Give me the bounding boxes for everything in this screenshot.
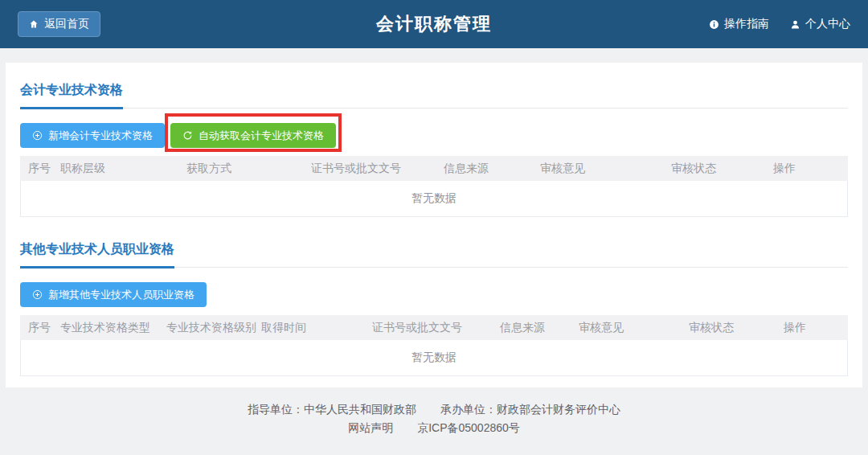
home-icon — [29, 19, 39, 29]
page-footer: 指导单位：中华人民共和国财政部承办单位：财政部会计财务评价中心 网站声明京ICP… — [0, 400, 868, 437]
section1-header: 会计专业技术资格 — [20, 82, 848, 109]
add-accounting-qualification-button[interactable]: 新增会计专业技术资格 — [20, 123, 165, 148]
accounting-qualification-table-header: 序号 职称层级 获取方式 证书号或批文文号 信息来源 审核意见 审核状态 操作 — [20, 156, 848, 181]
operation-guide-label: 操作指南 — [724, 17, 769, 31]
section2: 其他专业技术人员职业资格 新增其他专业技术人员职业资格 序号 专业技术资格类型 … — [20, 241, 848, 376]
auto-fetch-wrapper: 自动获取会计专业技术资格 — [170, 123, 336, 148]
column-header: 职称层级 — [60, 162, 186, 176]
other-qualification-table: 序号 专业技术资格类型 专业技术资格级别 取得时间 证书号或批文文号 信息来源 … — [20, 315, 848, 376]
other-qualification-empty-state: 暂无数据 — [20, 340, 848, 376]
accounting-qualification-table: 序号 职称层级 获取方式 证书号或批文文号 信息来源 审核意见 审核状态 操作 … — [20, 156, 848, 217]
add-other-qualification-button[interactable]: 新增其他专业技术人员职业资格 — [20, 282, 207, 307]
section2-header: 其他专业技术人员职业资格 — [20, 241, 848, 268]
footer-links-line: 网站声明京ICP备05002860号 — [0, 419, 868, 437]
footer-units-line: 指导单位：中华人民共和国财政部承办单位：财政部会计财务评价中心 — [0, 400, 868, 419]
add-other-qualification-label: 新增其他专业技术人员职业资格 — [48, 288, 194, 302]
header-links: 操作指南 个人中心 — [709, 17, 850, 31]
column-header: 操作 — [784, 321, 848, 335]
section1-title: 会计专业技术资格 — [20, 82, 123, 109]
plus-circle-icon — [32, 130, 43, 141]
footer-guide-unit: 指导单位：中华人民共和国财政部 — [248, 403, 416, 416]
column-header: 审核状态 — [671, 162, 773, 176]
operation-guide-link[interactable]: 操作指南 — [709, 17, 769, 31]
back-home-label: 返回首页 — [44, 17, 89, 31]
footer-host-unit: 承办单位：财政部会计财务评价中心 — [440, 403, 620, 416]
icp-record-link[interactable]: 京ICP备05002860号 — [417, 421, 520, 434]
back-home-button[interactable]: 返回首页 — [18, 11, 100, 37]
column-header: 专业技术资格类型 — [60, 321, 166, 335]
column-header: 操作 — [773, 162, 848, 176]
column-header: 审核状态 — [689, 321, 784, 335]
other-qualification-table-header: 序号 专业技术资格类型 专业技术资格级别 取得时间 证书号或批文文号 信息来源 … — [20, 315, 848, 340]
column-header: 证书号或批文文号 — [372, 321, 500, 335]
personal-center-link[interactable]: 个人中心 — [790, 17, 850, 31]
plus-circle-icon — [32, 289, 43, 300]
accounting-qualification-empty-state: 暂无数据 — [20, 181, 848, 217]
column-header: 审核意见 — [579, 321, 689, 335]
section1-button-row: 新增会计专业技术资格 自动获取会计专业技术资格 — [20, 123, 848, 148]
top-header-bar: 返回首页 会计职称管理 操作指南 个人中心 — [0, 0, 868, 48]
column-header: 获取方式 — [186, 162, 311, 176]
column-header: 专业技术资格级别 — [166, 321, 261, 335]
column-header: 证书号或批文文号 — [311, 162, 444, 176]
column-header: 序号 — [28, 162, 60, 176]
column-header: 信息来源 — [444, 162, 540, 176]
column-header: 序号 — [28, 321, 60, 335]
info-circle-icon — [709, 19, 719, 30]
auto-fetch-accounting-qualification-button[interactable]: 自动获取会计专业技术资格 — [170, 123, 336, 148]
column-header: 取得时间 — [261, 321, 372, 335]
column-header: 审核意见 — [540, 162, 671, 176]
personal-center-label: 个人中心 — [805, 17, 850, 31]
section2-title: 其他专业技术人员职业资格 — [20, 241, 174, 268]
section2-button-row: 新增其他专业技术人员职业资格 — [20, 282, 848, 307]
add-accounting-qualification-label: 新增会计专业技术资格 — [48, 129, 153, 143]
refresh-icon — [182, 130, 193, 141]
column-header: 信息来源 — [500, 321, 579, 335]
auto-fetch-accounting-qualification-label: 自动获取会计专业技术资格 — [199, 129, 324, 143]
main-content-panel: 会计专业技术资格 新增会计专业技术资格 自动获取会计专业技术资格 序号 职称层级… — [6, 63, 862, 387]
site-statement-link[interactable]: 网站声明 — [348, 421, 393, 434]
user-icon — [790, 19, 800, 30]
